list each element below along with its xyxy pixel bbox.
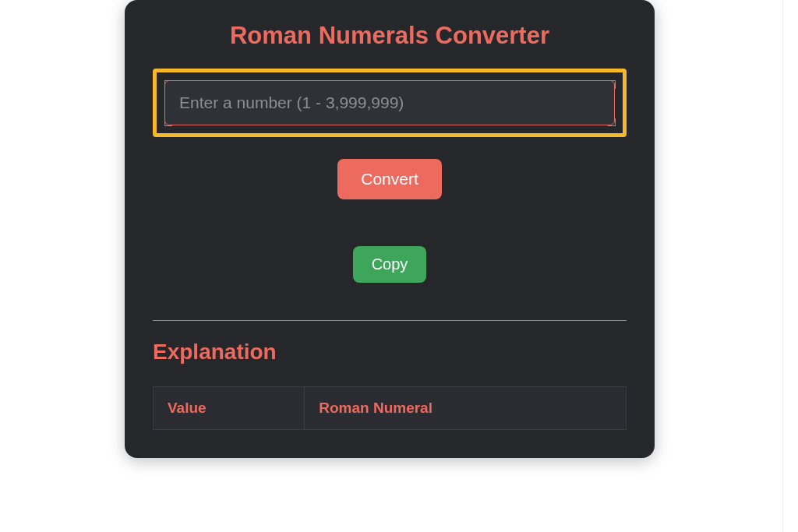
number-input-placeholder: Enter a number (1 - 3,999,999) [179,93,404,112]
explanation-table: Value Roman Numeral [153,386,627,430]
corner-decoration [608,118,616,126]
column-header-value: Value [154,387,305,430]
page-title: Roman Numerals Converter [153,22,627,50]
copy-button[interactable]: Copy [353,246,427,283]
number-input[interactable]: Enter a number (1 - 3,999,999) [164,80,615,125]
section-divider [153,320,627,321]
convert-button[interactable]: Convert [337,159,442,199]
copy-row: Copy [153,246,627,283]
converter-card: Roman Numerals Converter Enter a number … [125,0,655,458]
column-header-roman: Roman Numeral [305,387,627,430]
input-highlight-frame: Enter a number (1 - 3,999,999) [153,69,627,137]
explanation-heading: Explanation [153,340,627,365]
corner-decoration [164,118,172,126]
page-edge [782,0,798,532]
convert-row: Convert [153,159,627,199]
table-header-row: Value Roman Numeral [154,387,627,430]
